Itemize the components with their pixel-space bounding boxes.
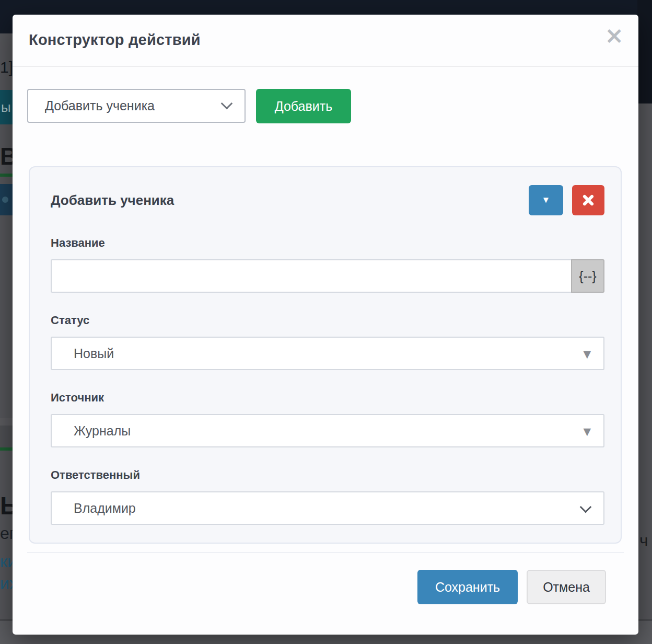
triangle-down-icon: ▼ xyxy=(583,348,591,360)
action-constructor-modal: Конструктор действий × Добавить ученика … xyxy=(13,15,638,635)
name-field-group: Название {--} xyxy=(51,235,604,293)
background-blue-button-fragment xyxy=(0,184,13,215)
triangle-down-icon: ▼ xyxy=(542,195,551,205)
source-field-group: Источник Журналы ▼ xyxy=(51,390,604,447)
background-green-divider xyxy=(0,447,13,451)
background-table-row xyxy=(0,418,13,426)
add-action-button[interactable]: Добавить xyxy=(256,89,351,123)
action-toolbar: Добавить ученика Добавить xyxy=(13,67,638,123)
x-cross-icon xyxy=(582,194,595,206)
status-select[interactable]: Новый ▼ xyxy=(51,337,604,370)
action-card-header: Добавить ученика ▼ xyxy=(51,185,604,215)
name-field-label: Название xyxy=(51,235,604,251)
source-select[interactable]: Журналы ▼ xyxy=(51,414,604,447)
background-navbar xyxy=(0,0,652,16)
modal-title: Конструктор действий xyxy=(29,31,623,49)
name-input[interactable] xyxy=(51,259,571,293)
background-green-divider xyxy=(0,174,13,177)
source-select-value: Журналы xyxy=(52,415,603,446)
owner-field-group: Ответственный Владимир xyxy=(51,467,604,525)
save-button[interactable]: Сохранить xyxy=(417,570,518,604)
source-field-label: Источник xyxy=(51,390,604,406)
remove-action-button[interactable] xyxy=(572,185,604,215)
owner-field-label: Ответственный xyxy=(51,467,604,483)
action-card-controls: ▼ xyxy=(529,185,604,215)
background-circle-icon xyxy=(2,197,8,203)
action-type-select-value: Добавить ученика xyxy=(28,90,245,122)
owner-select[interactable]: Владимир xyxy=(51,491,604,525)
background-teal-button-fragment: ы xyxy=(0,90,13,124)
close-icon[interactable]: × xyxy=(604,24,624,47)
background-navbar-right xyxy=(637,0,652,104)
status-select-value: Новый xyxy=(52,338,603,369)
owner-select-value: Владимир xyxy=(52,492,603,524)
modal-header: Конструктор действий × xyxy=(13,15,638,67)
cancel-button[interactable]: Отмена xyxy=(527,570,606,604)
action-type-select[interactable]: Добавить ученика xyxy=(27,89,246,123)
status-field-label: Статус xyxy=(51,313,604,328)
background-navbar-left xyxy=(0,0,14,33)
template-variable-button[interactable]: {--} xyxy=(571,259,604,293)
collapse-action-button[interactable]: ▼ xyxy=(529,185,563,215)
triangle-down-icon: ▼ xyxy=(583,426,591,437)
action-card: Добавить ученика ▼ Название {--} Статус … xyxy=(29,166,622,544)
background-breadcrumb-fragment: 1] xyxy=(0,59,13,76)
background-table-row xyxy=(0,426,13,447)
background-text-fragment: ч xyxy=(639,531,648,550)
modal-footer: Сохранить Отмена xyxy=(13,553,638,604)
status-field-group: Статус Новый ▼ xyxy=(51,313,604,370)
action-card-title: Добавить ученика xyxy=(51,191,174,209)
